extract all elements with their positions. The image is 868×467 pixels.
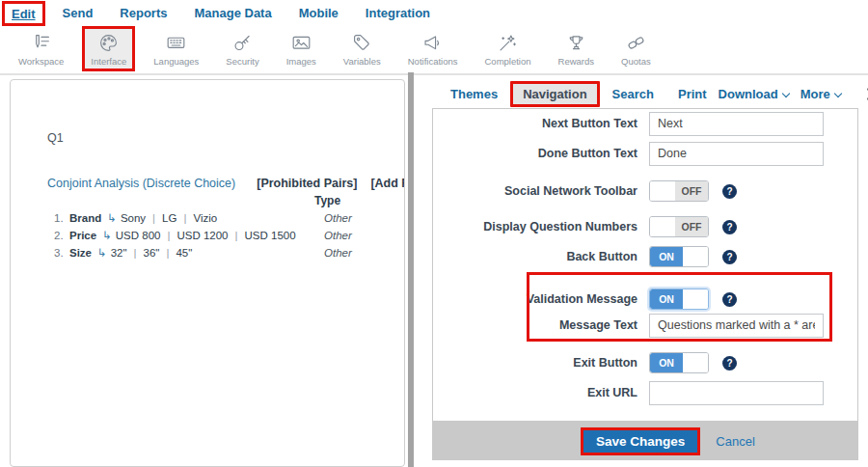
nav-item-mobile[interactable]: Mobile	[299, 6, 339, 20]
settings-panel: ThemesNavigationSearchPrintDownloadMore …	[424, 79, 868, 467]
level-value: USD 1500	[245, 230, 296, 241]
display-question-numbers-toggle[interactable]: OFF	[649, 216, 709, 237]
field-label-message-text: Message Text	[433, 318, 637, 332]
attribute-name: Size	[69, 247, 92, 259]
attribute-row: 3.Size↳32"|36"|45"Other	[54, 244, 401, 261]
toggle-knob	[650, 217, 675, 236]
field-control: ON?	[649, 288, 737, 310]
row-number: 3.	[54, 244, 69, 261]
toolbar-item-label: Security	[226, 56, 258, 67]
tab-navigation[interactable]: Navigation	[510, 81, 599, 107]
toggle-knob	[650, 181, 675, 201]
nav-item-integration[interactable]: Integration	[366, 6, 430, 20]
completion-icon	[498, 33, 518, 53]
toolbar-item-security[interactable]: Security	[217, 26, 267, 71]
done-button-text-input[interactable]	[649, 142, 824, 166]
toggle-knob	[683, 247, 708, 266]
images-icon	[291, 33, 312, 53]
form-row-exit-url: Exit URL	[433, 380, 857, 405]
exit-button-toggle[interactable]: ON	[649, 352, 709, 373]
toolbar-item-notifications[interactable]: Notifications	[399, 26, 467, 71]
cancel-link[interactable]: Cancel	[716, 434, 754, 449]
interface-icon	[98, 33, 119, 53]
toolbar-item-quotas[interactable]: Quotas	[612, 26, 660, 71]
field-control	[649, 142, 824, 166]
workspace-icon	[31, 33, 51, 53]
toolbar-item-workspace[interactable]: Workspace	[10, 26, 72, 71]
question-code: Q1	[47, 131, 64, 145]
level-value: 36"	[144, 247, 160, 259]
attribute-row: 2.Price↳USD 800|USD 1200|USD 1500Other	[54, 227, 401, 244]
help-icon[interactable]: ?	[722, 356, 737, 371]
message-text-input[interactable]	[649, 314, 824, 338]
download-link[interactable]: Download	[719, 87, 789, 101]
languages-icon	[166, 33, 186, 53]
toolbar-item-label: Workspace	[18, 56, 64, 67]
field-label-exit-url: Exit URL	[433, 386, 637, 399]
toggle-knob	[683, 289, 708, 309]
exit-url-input[interactable]	[649, 381, 824, 405]
level-value: USD 800	[116, 230, 161, 241]
level-arrow-icon: ↳	[102, 230, 112, 241]
toggle-on-label: ON	[650, 353, 683, 372]
next-button-text-input[interactable]	[649, 112, 824, 136]
social-network-toolbar-toggle[interactable]: OFF	[649, 180, 709, 202]
field-label-display-question-numbers: Display Question Numbers	[433, 220, 637, 234]
toggle-on-label: ON	[650, 247, 683, 266]
field-control: ON?	[649, 246, 737, 267]
back-button-toggle[interactable]: ON	[649, 246, 709, 267]
nav-item-manage-data[interactable]: Manage Data	[194, 6, 271, 20]
attribute-name: Brand	[69, 212, 101, 224]
question-action-add-fixed-tasks[interactable]: [Add Fixed Tasks	[370, 177, 405, 190]
annotation-box: Edit	[2, 1, 45, 26]
attribute-name: Price	[69, 230, 96, 241]
more-link[interactable]: More	[800, 87, 841, 101]
form-row-back-button: Back ButtonON?	[433, 244, 857, 269]
tab-themes[interactable]: Themes	[438, 81, 510, 107]
toolbar-item-interface[interactable]: Interface	[82, 26, 135, 71]
help-icon[interactable]: ?	[722, 184, 737, 199]
question-title-row: Conjoint Analysis (Discrete Choice)[Proh…	[47, 177, 405, 190]
nav-item-reports[interactable]: Reports	[120, 6, 167, 20]
help-icon[interactable]: ?	[722, 250, 737, 264]
field-label-social-network-toolbar: Social Network Toolbar	[433, 184, 637, 198]
toggle-on-label: ON	[650, 289, 683, 309]
attribute-row: 1.Brand↳Sony|LG|VizioOther	[54, 209, 401, 227]
toolbar-item-rewards[interactable]: Rewards	[550, 26, 604, 71]
toolbar-item-variables[interactable]: Variables	[335, 26, 390, 71]
save-changes-button[interactable]: Save Changes	[581, 427, 700, 455]
attribute-list: 1.Brand↳Sony|LG|VizioOther2.Price↳USD 80…	[54, 209, 401, 261]
panel-footer: Save Changes Cancel	[432, 422, 858, 460]
nav-item-send[interactable]: Send	[63, 6, 94, 20]
print-link[interactable]: Print	[678, 87, 707, 101]
chevron-down-icon	[834, 89, 842, 96]
help-icon[interactable]: ?	[722, 292, 737, 307]
field-label-next-button-text: Next Button Text	[433, 117, 637, 130]
edit-toolbar: WorkspaceInterfaceLanguagesSecurityImage…	[0, 26, 868, 75]
toolbar-item-label: Completion	[484, 56, 530, 67]
top-navigation: EditSendReportsManage DataMobileIntegrat…	[0, 0, 868, 26]
question-action-prohibited-pairs[interactable]: [Prohibited Pairs]	[257, 177, 357, 190]
field-control	[649, 381, 824, 405]
level-separator: |	[134, 247, 137, 259]
toolbar-item-label: Quotas	[621, 56, 651, 67]
form-row-social-network-toolbar: Social Network ToolbarOFF?	[433, 179, 857, 204]
field-label-back-button: Back Button	[433, 250, 637, 263]
validation-message-toggle[interactable]: ON	[649, 288, 709, 310]
vertical-scrollbar[interactable]	[408, 72, 414, 467]
toolbar-item-languages[interactable]: Languages	[145, 26, 207, 71]
question-type-link[interactable]: Conjoint Analysis (Discrete Choice)	[47, 177, 235, 190]
form-row-done-button-text: Done Button Text	[433, 141, 857, 166]
toolbar-item-images[interactable]: Images	[278, 26, 325, 71]
rewards-icon	[566, 33, 586, 53]
field-control: OFF?	[649, 216, 737, 237]
level-separator: |	[235, 230, 238, 241]
toolbar-item-label: Variables	[343, 56, 381, 67]
tab-search[interactable]: Search	[600, 81, 666, 107]
toolbar-item-label: Rewards	[558, 56, 595, 67]
nav-item-edit[interactable]: Edit	[12, 7, 36, 21]
help-icon[interactable]: ?	[722, 220, 737, 234]
field-control	[649, 314, 824, 338]
toolbar-item-completion[interactable]: Completion	[475, 26, 539, 71]
level-separator: |	[183, 212, 186, 224]
